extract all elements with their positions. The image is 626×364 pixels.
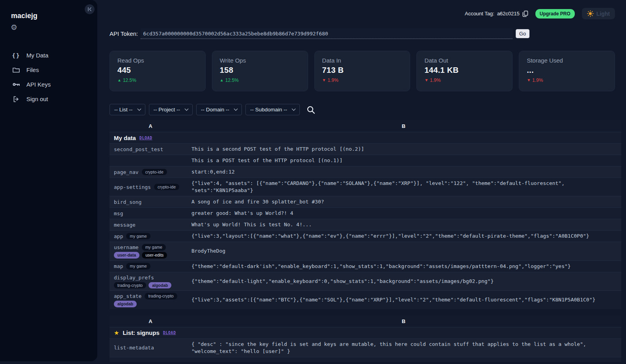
sidebar-item-sign-out[interactable]: Sign out [0,92,97,106]
row-value: This is a POST test of the HTTP protocol… [190,157,621,164]
column-header-b: B [190,318,621,324]
stat-card-delta: ▼1.9% [322,78,403,83]
triangle-up-icon: ▲ [220,78,224,82]
badge-my-game: my game [142,244,166,251]
row-value: BrodyTheDog [190,248,621,255]
triangle-down-icon: ▼ [424,78,428,82]
stat-card-delta-value: 12.5% [225,78,239,83]
table-row: app-settingscrypto-ide{"live":4, "assets… [110,177,621,196]
table-row: page_navcrypto-idestart:0,end:12 [110,166,621,177]
table-row: messageWhat's up World! This is test No.… [110,219,621,230]
stat-card-storage-used: Storage Used...▼1.9% [519,51,615,91]
row-key: map [114,263,123,270]
project-filter-select[interactable]: -- Project -- [149,104,193,115]
row-value: {"live":3,"assets":[{"name":"BTC"},{"nam… [190,296,621,303]
dload-link[interactable]: DLOAD [139,136,152,140]
sidebar-collapse-button[interactable] [85,4,95,14]
topbar: Account Tag: a62c0215 Upgrade PRO [97,0,626,19]
upgrade-pro-button[interactable]: Upgrade PRO [535,9,575,18]
table-title: My data [114,135,136,141]
theme-toggle-label: Light [596,11,610,17]
theme-toggle-button[interactable]: Light [582,8,615,19]
row-value: { "desc" : "since the key field is set a… [190,341,621,355]
table-row: appmy game{"live":3,"layout":[{"name":"w… [110,230,621,242]
table-row: second_post_testThis is a second POST te… [110,143,621,155]
column-header-b: B [190,123,621,129]
sidebar-username: maciejg [11,12,97,20]
filters-row: -- List -- -- Project -- -- Domain -- --… [110,104,626,115]
chevron-down-icon [137,107,141,111]
stat-card-delta-value: 1.9% [532,78,543,83]
braces-icon: {} [12,52,20,59]
chevron-down-icon [234,107,238,111]
stat-card-value: 445 [117,66,198,75]
row-value: {"theme":"default-dark'ish","enable_keyb… [190,263,621,270]
table-header-row: AB [110,316,621,327]
row-key: username [114,244,139,251]
table-header-row: AB [110,120,621,132]
row-value: greater good: What's up World?! 4 [190,210,621,217]
signout-icon [12,96,20,102]
sidebar-item-files[interactable]: Files [0,63,97,77]
sidebar-item-my-data[interactable]: {}My Data [0,48,97,63]
stat-card-delta: ▲12.5% [220,78,300,83]
stat-card-delta-value: 1.9% [328,78,338,83]
row-key: bird_song [114,199,141,205]
triangle-up-icon: ▲ [117,78,121,82]
triangle-down-icon: ▼ [322,78,326,82]
stat-card-delta: ▼1.9% [527,78,607,83]
stat-card-title: Storage Used [527,57,607,64]
chevron-down-icon [185,107,189,111]
api-token-label: API Token: [110,30,138,37]
table-row: This is a POST test of the HTTP protocol… [110,155,621,166]
project-filter-value: -- Project -- [154,107,180,113]
list-filter-value: -- List -- [114,107,133,113]
table-row: usernamemy gameuser-datauser-editsBrodyT… [110,242,621,261]
badge-crypto-ide: crypto-ide [142,169,167,176]
stat-card-value: 144.1 KB [424,66,505,75]
subdomain-filter-select[interactable]: -- Subdomain -- [245,104,300,115]
triangle-down-icon: ▼ [527,78,531,82]
stat-card-write-ops: Write Ops158▲12.5% [212,51,308,91]
copy-icon[interactable] [522,11,528,17]
account-tag-value: a62c0215 [497,11,520,17]
chevron-down-icon [292,107,295,111]
table-title: List: signups [123,329,159,336]
badge-algodab: algodab [114,301,137,307]
table-title-row: ★List: signupsDLOAD [110,327,621,338]
sidebar-item-api-keys[interactable]: API Keys [0,77,97,92]
row-value: {"live":4, "assets": [{"name":"CARDANO"}… [190,180,621,194]
badge-my-game: my game [126,263,150,270]
folder-icon [12,67,20,73]
column-header-a: A [110,318,190,324]
row-value: This is a second POST test of the HTTP p… [190,146,621,153]
stat-card-title: Data In [322,57,403,64]
go-button[interactable]: Go [516,29,529,38]
domain-filter-select[interactable]: -- Domain -- [196,104,242,115]
row-key: app_state [114,293,141,299]
dload-link[interactable]: DLOAD [163,331,176,335]
key-icon [12,82,20,87]
badge-algodab: algodab [149,282,171,289]
star-icon: ★ [114,330,119,336]
stat-card-title: Write Ops [220,57,300,64]
stat-card-title: Read Ops [117,57,198,64]
api-token-row: API Token: Go [110,28,529,39]
data-table-list-signups: AB★List: signupsDLOADlist-metadata{ "des… [110,316,621,362]
table-row: bird_songA song of ice and fire 30 splat… [110,196,621,207]
api-token-input[interactable] [141,28,512,39]
column-header-a: A [110,123,190,129]
stat-card-delta-value: 12.5% [123,78,136,83]
gear-icon[interactable]: ⚙ [11,24,17,31]
row-key: msg [114,210,123,217]
table-row: mapmy game{"theme":"default-dark'ish","e… [110,261,621,272]
list-filter-select[interactable]: -- List -- [110,104,145,115]
main-content: Account Tag: a62c0215 Upgrade PRO [97,0,626,364]
table-title-row: My dataDLOAD [110,132,621,143]
search-icon[interactable] [306,105,315,114]
stat-card-data-out: Data Out144.1 KB▼1.9% [416,51,513,91]
subdomain-filter-value: -- Subdomain -- [250,107,287,113]
row-key: second_post_test [114,146,163,153]
stat-card-value: 713 B [322,66,403,75]
row-value: {"live":3,"layout":[{"name":"what"},{"na… [190,233,621,240]
